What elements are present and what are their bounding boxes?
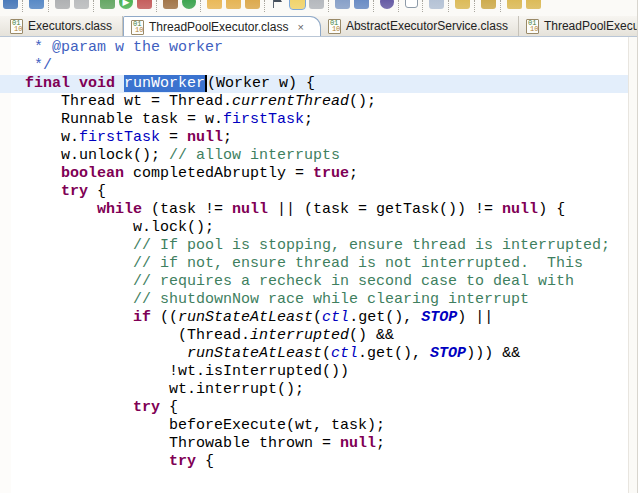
plugin-icon[interactable] — [380, 0, 394, 9]
close-icon[interactable]: × — [297, 22, 303, 33]
code-line[interactable]: if ((runStateAtLeast(ctl.get(), STOP) || — [0, 309, 637, 327]
code-line[interactable]: while (task != null || (task = getTask()… — [0, 201, 637, 219]
code-token: ; — [304, 111, 313, 128]
tab-executors-class[interactable]: Executors.class — [3, 16, 123, 36]
open-type-icon[interactable] — [55, 0, 70, 9]
code-line[interactable]: beforeExecute(wt, task); — [0, 417, 637, 435]
code-token: null — [502, 201, 538, 218]
debug-icon[interactable] — [100, 0, 115, 9]
toolbar-separator — [500, 0, 503, 12]
code-token: ( — [322, 345, 331, 362]
code-line[interactable]: */ — [0, 57, 637, 75]
code-line[interactable]: (Thread.interrupted() && — [0, 327, 637, 345]
mark-occurrences-icon[interactable] — [290, 0, 305, 9]
code-line[interactable]: // requires a recheck in second case to … — [0, 273, 637, 291]
code-token: interrupted — [250, 327, 349, 344]
forward-icon[interactable] — [526, 0, 541, 9]
toolbar-separator — [22, 0, 25, 12]
code-token: { — [160, 399, 178, 416]
code-line[interactable]: w.lock(); — [0, 219, 637, 237]
code-token: (( — [151, 309, 178, 326]
code-token: // shutdownNow race while clearing inter… — [133, 291, 529, 308]
code-line[interactable]: !wt.isInterrupted()) — [0, 363, 637, 381]
torch-icon[interactable] — [245, 0, 260, 9]
toolbar-separator — [264, 0, 267, 12]
code-token — [16, 345, 187, 362]
code-token: null — [187, 129, 223, 146]
tab-abstractexecutorservice-class[interactable]: AbstractExecutorService.class — [321, 16, 519, 36]
overview-ruler[interactable] — [628, 37, 637, 493]
pencil-icon[interactable] — [309, 0, 324, 9]
code-editor[interactable]: * @param w the worker */ final void runW… — [0, 37, 637, 493]
code-line[interactable]: try { — [0, 399, 637, 417]
external-tools-icon[interactable] — [163, 0, 178, 9]
code-token: = — [160, 129, 187, 146]
class-file-icon — [10, 19, 23, 34]
code-area[interactable]: * @param w the worker */ final void runW… — [0, 39, 637, 471]
code-token: w. — [16, 129, 79, 146]
code-line[interactable]: // if not, ensure thread is not interrup… — [0, 255, 637, 273]
code-line[interactable]: Thread wt = Thread.currentThread(); — [0, 93, 637, 111]
code-line[interactable]: boolean completedAbruptly = true; — [0, 165, 637, 183]
code-token: wt.interrupt(); — [16, 381, 304, 398]
columns-icon[interactable] — [354, 0, 369, 9]
tab-threadpoolexecutor-class[interactable]: ThreadPoolExecutor.class× — [123, 16, 321, 37]
open-resource-icon[interactable] — [74, 0, 89, 9]
code-token: */ — [16, 57, 52, 74]
code-token — [16, 237, 133, 254]
window-icon[interactable] — [405, 0, 418, 8]
code-line[interactable]: w.unlock(); // allow interrupts — [0, 147, 637, 165]
code-line[interactable]: wt.interrupt(); — [0, 381, 637, 399]
code-line[interactable]: Runnable task = w.firstTask; — [0, 111, 637, 129]
code-line[interactable]: try { — [0, 453, 637, 471]
run-icon[interactable]: ▶ — [119, 0, 133, 9]
toolbar-separator — [48, 0, 51, 12]
flag-icon[interactable] — [271, 0, 286, 9]
code-token — [16, 309, 133, 326]
code-token: ctl — [322, 309, 349, 326]
code-token: Throwable thrown = — [16, 435, 340, 452]
code-token: Thread wt = Thread. — [16, 93, 232, 110]
code-token: * @param w the worker — [16, 39, 223, 56]
code-token: if — [133, 309, 151, 326]
code-token: .get(), — [349, 309, 421, 326]
code-token: (Thread. — [16, 327, 250, 344]
code-line[interactable]: Throwable thrown = null; — [0, 435, 637, 453]
coverage-icon[interactable] — [182, 0, 196, 9]
code-token: completedAbruptly = — [124, 165, 313, 182]
code-token: final — [25, 75, 70, 92]
open-folder-icon[interactable] — [207, 0, 222, 9]
code-token: { — [88, 183, 106, 200]
toolbar-separator — [422, 0, 425, 12]
toolbar-separator — [328, 0, 331, 12]
print-icon[interactable] — [335, 0, 350, 9]
cloud-icon[interactable] — [429, 0, 444, 9]
profile-icon[interactable] — [137, 0, 152, 9]
code-token: Runnable task = w. — [16, 111, 223, 128]
back-icon[interactable] — [507, 0, 522, 9]
code-line[interactable]: // shutdownNow race while clearing inter… — [0, 291, 637, 309]
class-file-icon — [131, 20, 144, 35]
code-token: ; — [223, 129, 232, 146]
code-line-current[interactable]: final void runWorker(Worker w) { — [0, 75, 637, 93]
code-token: runStateAtLeast — [178, 309, 313, 326]
tab-threadpoolexecutor-work[interactable]: ThreadPoolExecutor$Work — [519, 16, 637, 36]
tab-label: ThreadPoolExecutor.class — [149, 20, 288, 34]
toolbar-separator — [373, 0, 376, 12]
code-line[interactable]: try { — [0, 183, 637, 201]
annotation-next-icon[interactable] — [455, 0, 470, 9]
code-token: void — [79, 75, 115, 92]
save-icon[interactable] — [3, 0, 18, 9]
code-token — [16, 255, 133, 272]
toolbar-separator — [448, 0, 451, 12]
toolbar-separator — [156, 0, 159, 12]
code-line[interactable]: // If pool is stopping, ensure thread is… — [0, 237, 637, 255]
code-token: (); — [349, 93, 376, 110]
import-folder-icon[interactable] — [226, 0, 241, 9]
last-edit-location-icon[interactable] — [481, 0, 496, 9]
code-line[interactable]: * @param w the worker — [0, 39, 637, 57]
class-file-icon — [526, 19, 539, 34]
code-line[interactable]: runStateAtLeast(ctl.get(), STOP))) && — [0, 345, 637, 363]
search-icon[interactable] — [29, 0, 44, 9]
code-line[interactable]: w.firstTask = null; — [0, 129, 637, 147]
